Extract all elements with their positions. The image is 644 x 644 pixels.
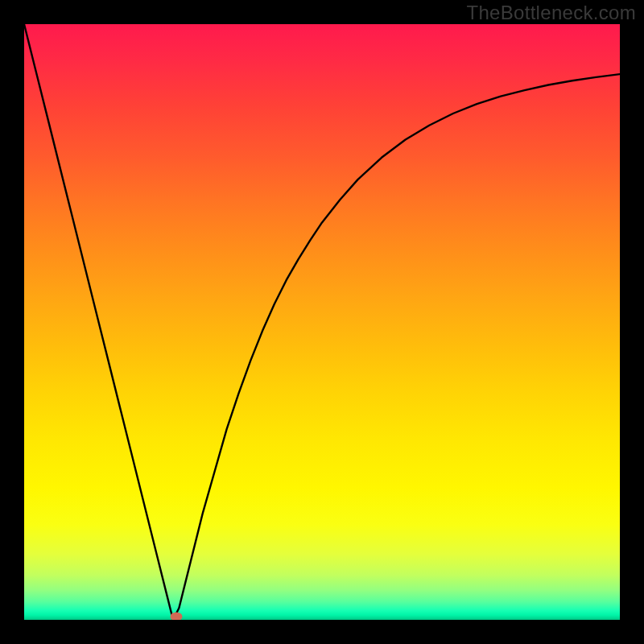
watermark-text: TheBottleneck.com <box>466 2 636 24</box>
chart-frame: TheBottleneck.com <box>0 0 644 644</box>
minimum-marker <box>170 613 182 620</box>
plot-area <box>24 24 620 620</box>
bottleneck-curve <box>24 24 620 620</box>
